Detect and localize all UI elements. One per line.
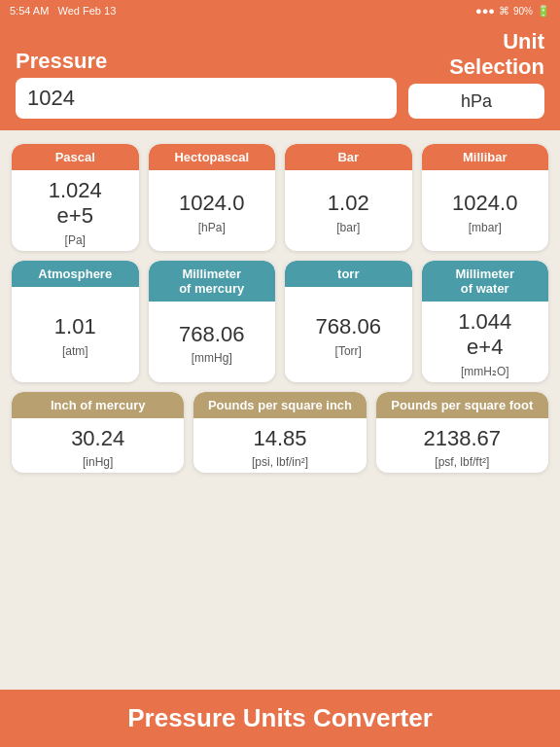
card-millibar: Millibar 1024.0 [mbar] (422, 144, 549, 251)
card-row-3: Inch of mercury 30.24 [inHg] Pounds per … (12, 392, 548, 473)
card-atmosphere-header: Atmosphere (12, 261, 139, 287)
inhg-unit: [inHg] (83, 455, 113, 469)
psf-unit: [psf, lbf/ft²] (435, 455, 489, 469)
main-content: Pascal 1.024e+5 [Pa] Hectopascal 1024.0 … (0, 130, 560, 690)
atmosphere-unit: [atm] (62, 344, 88, 358)
card-mmhg-header: Millimeterof mercury (149, 261, 276, 302)
pascal-unit: [Pa] (65, 233, 86, 247)
bar-value: 1.02 (328, 191, 369, 216)
psf-value: 2138.67 (424, 426, 502, 451)
pressure-label: Pressure (16, 49, 397, 74)
status-bar: 5:54 AM Wed Feb 13 ●●● ⌘ 90% 🔋 (0, 0, 560, 21)
pressure-input-group: Pressure (16, 49, 397, 119)
card-inhg-header: Inch of mercury (12, 392, 184, 418)
bar-unit: [bar] (336, 221, 360, 234)
card-pascal: Pascal 1.024e+5 [Pa] (12, 144, 139, 251)
wifi-icon: ⌘ (499, 5, 509, 18)
card-psi-header: Pounds per square inch (193, 392, 366, 418)
card-row-1: Pascal 1.024e+5 [Pa] Hectopascal 1024.0 … (12, 144, 548, 251)
psi-unit: [psi, lbf/in²] (252, 455, 308, 469)
mmhg-unit: [mmHg] (192, 351, 232, 365)
status-time-date: 5:54 AM Wed Feb 13 (10, 5, 116, 17)
torr-unit: [Torr] (335, 344, 362, 358)
card-hectopascal: Hectopascal 1024.0 [hPa] (149, 144, 276, 251)
card-psf-header: Pounds per square foot (376, 392, 548, 418)
millibar-unit: [mbar] (469, 221, 502, 234)
unit-selection-label: Unit Selection (408, 29, 544, 80)
footer-label: Pressure Units Converter (127, 703, 433, 732)
mmh2o-unit: [mmH₂O] (461, 365, 509, 378)
card-torr: torr 768.06 [Torr] (285, 261, 412, 382)
card-atmosphere: Atmosphere 1.01 [atm] (12, 261, 139, 382)
footer: Pressure Units Converter (0, 690, 560, 747)
card-hectopascal-header: Hectopascal (149, 144, 276, 170)
atmosphere-value: 1.01 (54, 314, 96, 339)
signal-icon: ●●● (475, 5, 495, 17)
unit-select-group: Unit Selection Pa hPa bar mbar atm mmHg … (408, 29, 544, 119)
card-inhg: Inch of mercury 30.24 [inHg] (12, 392, 184, 473)
card-row-2: Atmosphere 1.01 [atm] Millimeterof mercu… (12, 261, 548, 382)
card-torr-header: torr (285, 261, 412, 287)
mmh2o-value: 1.044e+4 (458, 309, 511, 361)
card-bar-header: Bar (285, 144, 412, 170)
torr-value: 768.06 (316, 314, 381, 339)
unit-select[interactable]: Pa hPa bar mbar atm mmHg Torr mmH2O inHg… (408, 84, 544, 119)
header: Pressure Unit Selection Pa hPa bar mbar … (0, 21, 560, 130)
hectopascal-value: 1024.0 (179, 191, 244, 216)
millibar-value: 1024.0 (452, 191, 517, 216)
card-bar: Bar 1.02 [bar] (285, 144, 412, 251)
inhg-value: 30.24 (71, 426, 124, 451)
card-mmh2o-header: Millimeterof water (422, 261, 549, 302)
pascal-value: 1.024e+5 (49, 178, 102, 230)
card-mmh2o: Millimeterof water 1.044e+4 [mmH₂O] (422, 261, 549, 382)
mmhg-value: 768.06 (179, 322, 244, 347)
psi-value: 14.85 (253, 426, 306, 451)
card-psf: Pounds per square foot 2138.67 [psf, lbf… (376, 392, 548, 473)
battery-visual: 🔋 (537, 5, 550, 18)
hectopascal-unit: [hPa] (198, 221, 226, 234)
card-psi: Pounds per square inch 14.85 [psi, lbf/i… (193, 392, 366, 473)
card-mmhg: Millimeterof mercury 768.06 [mmHg] (149, 261, 276, 382)
pressure-input[interactable] (16, 78, 397, 119)
battery-icon: 90% (513, 6, 533, 17)
card-millibar-header: Millibar (422, 144, 549, 170)
status-icons: ●●● ⌘ 90% 🔋 (475, 5, 550, 18)
card-pascal-header: Pascal (12, 144, 139, 170)
